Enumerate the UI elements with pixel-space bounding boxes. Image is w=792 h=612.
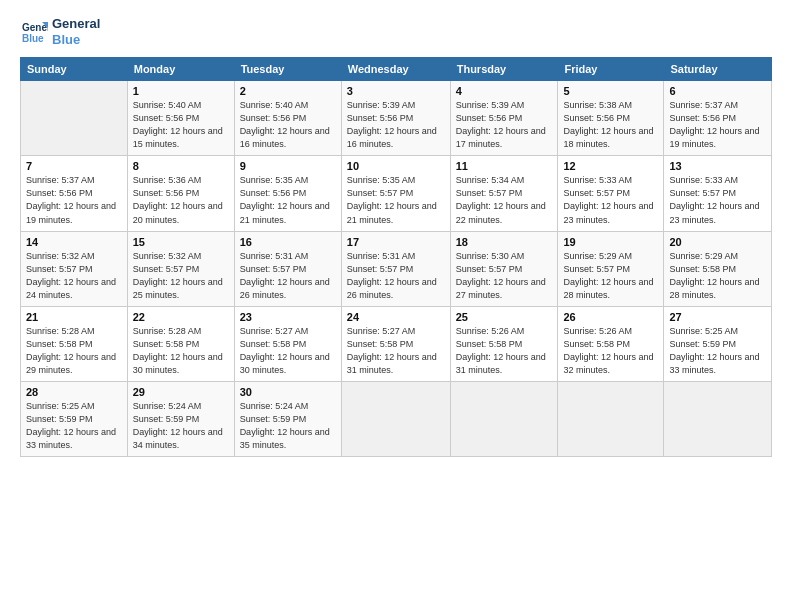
day-cell: 10Sunrise: 5:35 AM Sunset: 5:57 PM Dayli… [341, 156, 450, 231]
day-cell: 8Sunrise: 5:36 AM Sunset: 5:56 PM Daylig… [127, 156, 234, 231]
day-number: 28 [26, 386, 122, 398]
day-info: Sunrise: 5:33 AM Sunset: 5:57 PM Dayligh… [563, 174, 658, 226]
day-number: 8 [133, 160, 229, 172]
day-cell [664, 381, 772, 456]
day-info: Sunrise: 5:26 AM Sunset: 5:58 PM Dayligh… [563, 325, 658, 377]
day-cell [21, 81, 128, 156]
day-number: 13 [669, 160, 766, 172]
day-cell: 12Sunrise: 5:33 AM Sunset: 5:57 PM Dayli… [558, 156, 664, 231]
header-cell-sunday: Sunday [21, 58, 128, 81]
day-cell: 27Sunrise: 5:25 AM Sunset: 5:59 PM Dayli… [664, 306, 772, 381]
day-info: Sunrise: 5:27 AM Sunset: 5:58 PM Dayligh… [240, 325, 336, 377]
day-cell [450, 381, 558, 456]
header-cell-saturday: Saturday [664, 58, 772, 81]
day-cell: 29Sunrise: 5:24 AM Sunset: 5:59 PM Dayli… [127, 381, 234, 456]
logo-blue: Blue [52, 32, 100, 48]
day-number: 17 [347, 236, 445, 248]
day-info: Sunrise: 5:40 AM Sunset: 5:56 PM Dayligh… [133, 99, 229, 151]
logo: General Blue General Blue [20, 16, 100, 47]
day-cell: 30Sunrise: 5:24 AM Sunset: 5:59 PM Dayli… [234, 381, 341, 456]
day-info: Sunrise: 5:25 AM Sunset: 5:59 PM Dayligh… [669, 325, 766, 377]
header-cell-thursday: Thursday [450, 58, 558, 81]
day-number: 21 [26, 311, 122, 323]
day-cell: 18Sunrise: 5:30 AM Sunset: 5:57 PM Dayli… [450, 231, 558, 306]
header-cell-wednesday: Wednesday [341, 58, 450, 81]
day-cell: 1Sunrise: 5:40 AM Sunset: 5:56 PM Daylig… [127, 81, 234, 156]
week-row-2: 7Sunrise: 5:37 AM Sunset: 5:56 PM Daylig… [21, 156, 772, 231]
day-cell: 11Sunrise: 5:34 AM Sunset: 5:57 PM Dayli… [450, 156, 558, 231]
week-row-1: 1Sunrise: 5:40 AM Sunset: 5:56 PM Daylig… [21, 81, 772, 156]
day-number: 3 [347, 85, 445, 97]
day-number: 2 [240, 85, 336, 97]
day-cell: 2Sunrise: 5:40 AM Sunset: 5:56 PM Daylig… [234, 81, 341, 156]
day-cell: 7Sunrise: 5:37 AM Sunset: 5:56 PM Daylig… [21, 156, 128, 231]
header-cell-monday: Monday [127, 58, 234, 81]
day-info: Sunrise: 5:37 AM Sunset: 5:56 PM Dayligh… [26, 174, 122, 226]
day-number: 25 [456, 311, 553, 323]
day-info: Sunrise: 5:39 AM Sunset: 5:56 PM Dayligh… [347, 99, 445, 151]
day-info: Sunrise: 5:24 AM Sunset: 5:59 PM Dayligh… [133, 400, 229, 452]
day-info: Sunrise: 5:37 AM Sunset: 5:56 PM Dayligh… [669, 99, 766, 151]
day-info: Sunrise: 5:32 AM Sunset: 5:57 PM Dayligh… [133, 250, 229, 302]
day-cell [558, 381, 664, 456]
day-cell: 3Sunrise: 5:39 AM Sunset: 5:56 PM Daylig… [341, 81, 450, 156]
day-number: 11 [456, 160, 553, 172]
day-cell: 20Sunrise: 5:29 AM Sunset: 5:58 PM Dayli… [664, 231, 772, 306]
page: General Blue General Blue SundayMondayTu… [0, 0, 792, 612]
day-cell: 22Sunrise: 5:28 AM Sunset: 5:58 PM Dayli… [127, 306, 234, 381]
day-number: 7 [26, 160, 122, 172]
day-info: Sunrise: 5:28 AM Sunset: 5:58 PM Dayligh… [26, 325, 122, 377]
day-number: 16 [240, 236, 336, 248]
day-info: Sunrise: 5:28 AM Sunset: 5:58 PM Dayligh… [133, 325, 229, 377]
day-number: 20 [669, 236, 766, 248]
day-cell: 16Sunrise: 5:31 AM Sunset: 5:57 PM Dayli… [234, 231, 341, 306]
day-number: 29 [133, 386, 229, 398]
day-number: 23 [240, 311, 336, 323]
day-cell: 28Sunrise: 5:25 AM Sunset: 5:59 PM Dayli… [21, 381, 128, 456]
day-number: 19 [563, 236, 658, 248]
day-number: 12 [563, 160, 658, 172]
day-cell: 6Sunrise: 5:37 AM Sunset: 5:56 PM Daylig… [664, 81, 772, 156]
header-cell-friday: Friday [558, 58, 664, 81]
day-info: Sunrise: 5:30 AM Sunset: 5:57 PM Dayligh… [456, 250, 553, 302]
day-number: 5 [563, 85, 658, 97]
day-cell: 4Sunrise: 5:39 AM Sunset: 5:56 PM Daylig… [450, 81, 558, 156]
header: General Blue General Blue [20, 16, 772, 47]
day-cell: 15Sunrise: 5:32 AM Sunset: 5:57 PM Dayli… [127, 231, 234, 306]
day-cell: 21Sunrise: 5:28 AM Sunset: 5:58 PM Dayli… [21, 306, 128, 381]
day-cell: 26Sunrise: 5:26 AM Sunset: 5:58 PM Dayli… [558, 306, 664, 381]
day-number: 6 [669, 85, 766, 97]
day-info: Sunrise: 5:31 AM Sunset: 5:57 PM Dayligh… [347, 250, 445, 302]
week-row-4: 21Sunrise: 5:28 AM Sunset: 5:58 PM Dayli… [21, 306, 772, 381]
day-info: Sunrise: 5:35 AM Sunset: 5:57 PM Dayligh… [347, 174, 445, 226]
day-info: Sunrise: 5:29 AM Sunset: 5:57 PM Dayligh… [563, 250, 658, 302]
day-info: Sunrise: 5:38 AM Sunset: 5:56 PM Dayligh… [563, 99, 658, 151]
logo-general: General [52, 16, 100, 32]
day-number: 14 [26, 236, 122, 248]
day-number: 22 [133, 311, 229, 323]
logo-icon: General Blue [20, 18, 48, 46]
day-cell: 5Sunrise: 5:38 AM Sunset: 5:56 PM Daylig… [558, 81, 664, 156]
day-number: 10 [347, 160, 445, 172]
week-row-5: 28Sunrise: 5:25 AM Sunset: 5:59 PM Dayli… [21, 381, 772, 456]
day-info: Sunrise: 5:26 AM Sunset: 5:58 PM Dayligh… [456, 325, 553, 377]
svg-text:Blue: Blue [22, 33, 44, 44]
day-info: Sunrise: 5:32 AM Sunset: 5:57 PM Dayligh… [26, 250, 122, 302]
day-cell: 25Sunrise: 5:26 AM Sunset: 5:58 PM Dayli… [450, 306, 558, 381]
day-info: Sunrise: 5:33 AM Sunset: 5:57 PM Dayligh… [669, 174, 766, 226]
day-number: 1 [133, 85, 229, 97]
day-cell: 24Sunrise: 5:27 AM Sunset: 5:58 PM Dayli… [341, 306, 450, 381]
day-info: Sunrise: 5:40 AM Sunset: 5:56 PM Dayligh… [240, 99, 336, 151]
week-row-3: 14Sunrise: 5:32 AM Sunset: 5:57 PM Dayli… [21, 231, 772, 306]
day-info: Sunrise: 5:27 AM Sunset: 5:58 PM Dayligh… [347, 325, 445, 377]
header-cell-tuesday: Tuesday [234, 58, 341, 81]
day-info: Sunrise: 5:24 AM Sunset: 5:59 PM Dayligh… [240, 400, 336, 452]
day-cell: 17Sunrise: 5:31 AM Sunset: 5:57 PM Dayli… [341, 231, 450, 306]
day-info: Sunrise: 5:39 AM Sunset: 5:56 PM Dayligh… [456, 99, 553, 151]
day-info: Sunrise: 5:29 AM Sunset: 5:58 PM Dayligh… [669, 250, 766, 302]
day-cell [341, 381, 450, 456]
day-number: 4 [456, 85, 553, 97]
day-info: Sunrise: 5:36 AM Sunset: 5:56 PM Dayligh… [133, 174, 229, 226]
day-cell: 23Sunrise: 5:27 AM Sunset: 5:58 PM Dayli… [234, 306, 341, 381]
day-number: 9 [240, 160, 336, 172]
